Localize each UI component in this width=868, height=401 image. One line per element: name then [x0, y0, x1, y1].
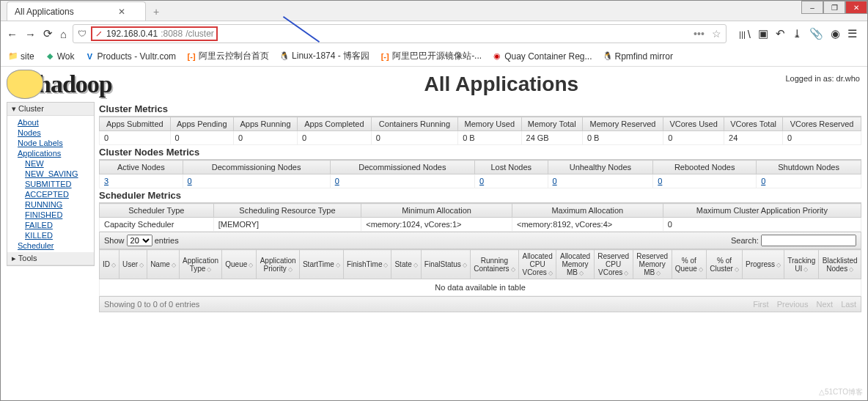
cell: 0	[100, 131, 171, 145]
pocket-icon[interactable]: ⤓	[792, 27, 802, 40]
reload-button[interactable]: ⟳	[43, 27, 53, 40]
page-first[interactable]: First	[753, 300, 768, 309]
column-header[interactable]: Name◇	[147, 250, 180, 279]
bookmark-label: Products - Vultr.com	[97, 51, 176, 62]
sidebar-link-applications[interactable]: Applications	[18, 148, 94, 158]
sidebar-state-failed[interactable]: FAILED	[25, 220, 94, 230]
entries-select[interactable]: 20	[127, 235, 152, 246]
sidebar-link-about[interactable]: About	[18, 117, 94, 128]
applications-table: ID◇User◇Name◇Application Type◇Queue◇Appl…	[99, 249, 861, 296]
column-header[interactable]: VCores Total	[724, 117, 783, 131]
column-header[interactable]: Apps Running	[233, 117, 297, 131]
column-header[interactable]: Queue◇	[222, 250, 257, 279]
column-header[interactable]: Scheduler Type	[100, 204, 214, 218]
bookmark-star-icon[interactable]: ☆	[712, 28, 721, 40]
column-header[interactable]: Application Type◇	[179, 250, 221, 279]
sidebar-link-nodes[interactable]: Nodes	[18, 128, 94, 138]
sidebar-state-new-saving[interactable]: NEW_SAVING	[25, 169, 94, 179]
bookmark-item[interactable]: 🐧Linux-1874 - 博客园	[279, 50, 369, 62]
column-header[interactable]: Blacklisted Nodes◇	[819, 250, 861, 279]
sidebar-state-running[interactable]: RUNNING	[25, 199, 94, 210]
column-header[interactable]: % of Queue◇	[672, 250, 706, 279]
column-header[interactable]: Memory Total	[521, 117, 582, 131]
column-header[interactable]: Lost Nodes	[475, 161, 548, 174]
browser-tab[interactable]: All Applications ✕	[7, 1, 146, 21]
url-bar[interactable]: 🛡 ⟋ 192.168.0.41:8088/cluster ••• ☆	[73, 24, 727, 43]
sidebar-tools-header[interactable]: ▸ Tools	[7, 252, 94, 265]
column-header[interactable]: StartTime◇	[299, 250, 343, 279]
column-header[interactable]: Maximum Cluster Application Priority	[663, 204, 861, 218]
sidebar-state-submitted[interactable]: SUBMITTED	[25, 179, 94, 189]
column-header[interactable]: ID◇	[100, 250, 119, 279]
column-header[interactable]: Apps Pending	[170, 117, 233, 131]
page-prev[interactable]: Previous	[777, 300, 809, 309]
bookmark-item[interactable]: 🐧Rpmfind mirror	[603, 51, 673, 62]
library-icon[interactable]: ⫼\	[737, 28, 751, 40]
window-minimize-button[interactable]: –	[801, 1, 823, 14]
bookmark-item[interactable]: [-]阿里巴巴开源镜像站-...	[380, 50, 482, 62]
column-header[interactable]: Scheduling Resource Type	[213, 204, 361, 218]
undo-icon[interactable]: ↶	[776, 27, 785, 40]
column-header[interactable]: VCores Used	[663, 117, 724, 131]
cell: 0	[475, 174, 548, 188]
close-tab-icon[interactable]: ✕	[118, 7, 125, 17]
forward-button[interactable]: →	[25, 28, 36, 40]
menu-icon[interactable]: ☰	[847, 27, 857, 40]
bookmark-item[interactable]: VProducts - Vultr.com	[84, 51, 176, 62]
hadoop-logo[interactable]: hadoop	[7, 70, 112, 99]
column-header[interactable]: Unhealthy Nodes	[548, 161, 653, 174]
sidebar-cluster-header[interactable]: ▾ Cluster	[7, 103, 94, 116]
column-header[interactable]: Memory Reserved	[582, 117, 663, 131]
home-button[interactable]: ⌂	[60, 28, 67, 40]
cell: 0	[233, 131, 297, 145]
column-header[interactable]: Reserved CPU VCores◇	[594, 250, 633, 279]
column-header[interactable]: Minimum Allocation	[361, 204, 512, 218]
column-header[interactable]: Apps Completed	[298, 117, 372, 131]
bookmark-item[interactable]: ◉Quay Container Reg...	[492, 51, 592, 62]
search-input[interactable]	[761, 235, 856, 246]
bookmark-item[interactable]: [-]阿里云控制台首页	[186, 50, 269, 62]
sidebar-state-new[interactable]: NEW	[25, 158, 94, 169]
url-more-icon[interactable]: •••	[694, 28, 705, 40]
sidebar-link-node-labels[interactable]: Node Labels	[18, 138, 94, 148]
column-header[interactable]: Decommissioning Nodes	[183, 161, 330, 174]
column-header[interactable]: Shutdown Nodes	[757, 161, 861, 174]
page-last[interactable]: Last	[841, 300, 856, 309]
column-header[interactable]: Allocated Memory MB◇	[556, 250, 594, 279]
sidebar-link-scheduler[interactable]: Scheduler	[18, 240, 94, 251]
sidebar-toggle-icon[interactable]: ▣	[758, 27, 768, 40]
sidebar-state-killed[interactable]: KILLED	[25, 230, 94, 240]
column-header[interactable]: Containers Running	[371, 117, 457, 131]
column-header[interactable]: User◇	[119, 250, 147, 279]
window-close-button[interactable]: ✕	[845, 1, 867, 14]
new-tab-button[interactable]: +	[150, 3, 162, 21]
column-header[interactable]: Apps Submitted	[100, 117, 171, 131]
extension-icon[interactable]: ◉	[831, 27, 840, 40]
column-header[interactable]: Allocated CPU VCores◇	[518, 250, 556, 279]
download-icon[interactable]: 📎	[809, 27, 823, 40]
window-maximize-button[interactable]: ❐	[823, 1, 845, 14]
column-header[interactable]: Tracking UI◇	[784, 250, 819, 279]
cell: 0	[330, 174, 474, 188]
column-header[interactable]: State◇	[391, 250, 421, 279]
bookmark-item[interactable]: ◆Wok	[45, 51, 75, 62]
column-header[interactable]: FinalStatus◇	[421, 250, 470, 279]
column-header[interactable]: Reserved Memory MB◇	[633, 250, 672, 279]
column-header[interactable]: Running Containers◇	[470, 250, 518, 279]
page-next[interactable]: Next	[817, 300, 834, 309]
column-header[interactable]: Maximum Allocation	[512, 204, 663, 218]
sidebar-state-accepted[interactable]: ACCEPTED	[25, 189, 94, 199]
sidebar-state-finished[interactable]: FINISHED	[25, 210, 94, 220]
column-header[interactable]: Progress◇	[743, 250, 784, 279]
column-header[interactable]: Decommissioned Nodes	[330, 161, 474, 174]
column-header[interactable]: VCores Reserved	[783, 117, 861, 131]
column-header[interactable]: Memory Used	[458, 117, 521, 131]
column-header[interactable]: Rebooted Nodes	[653, 161, 757, 174]
shield-icon: 🛡	[78, 29, 87, 39]
column-header[interactable]: Application Priority◇	[257, 250, 300, 279]
column-header[interactable]: Active Nodes	[100, 161, 183, 174]
column-header[interactable]: % of Cluster◇	[707, 250, 743, 279]
bookmark-item[interactable]: 📁site	[8, 51, 34, 62]
back-button[interactable]: ←	[7, 28, 18, 40]
column-header[interactable]: FinishTime◇	[343, 250, 391, 279]
